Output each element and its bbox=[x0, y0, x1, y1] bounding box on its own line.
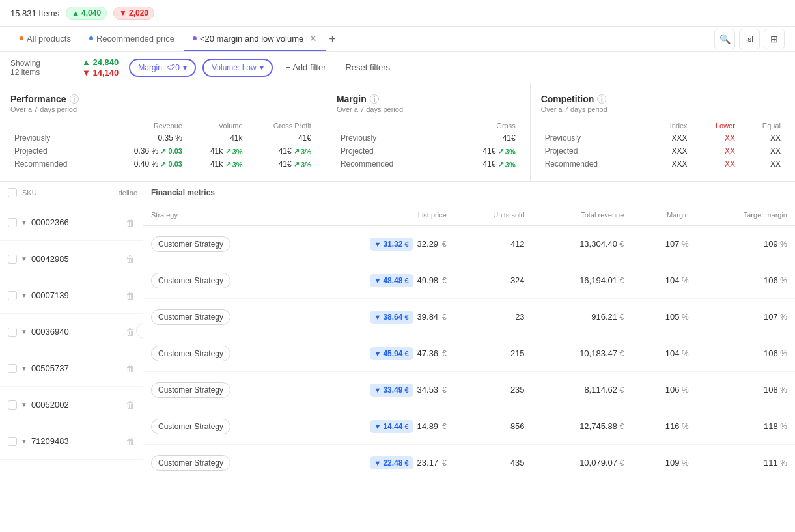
showing-info: Showing 12 items bbox=[10, 59, 76, 77]
total-revenue-value: 10,079.07 bbox=[579, 458, 617, 468]
performance-panel: Performance i Over a 7 days period Reven… bbox=[0, 83, 326, 181]
target-margin-value: 106 bbox=[764, 275, 778, 285]
expand-arrow-icon[interactable]: ▼ bbox=[21, 219, 27, 226]
tab-dot-blue bbox=[89, 36, 93, 40]
margin-value: 104 bbox=[665, 275, 680, 285]
row-checkbox[interactable] bbox=[8, 291, 17, 300]
currency-symbol: € bbox=[620, 313, 624, 322]
total-revenue-value: 16,194.01 bbox=[579, 275, 617, 285]
table-row: ▼ 00002366 🗑 bbox=[0, 204, 143, 241]
units-sold-value: 324 bbox=[510, 275, 525, 285]
price-value: 47.36 bbox=[417, 348, 439, 358]
filter-bar: Showing 12 items ▲ 24,840 ▼ 14,140 Margi… bbox=[0, 52, 795, 83]
currency-symbol: € bbox=[442, 240, 447, 249]
tab-recommended-price[interactable]: Recommended price bbox=[80, 27, 184, 51]
main-table-wrap[interactable]: Financial metrics Strategy List price Un… bbox=[143, 182, 795, 479]
chevron-down-icon: ▾ bbox=[183, 63, 187, 72]
tab-low-margin[interactable]: <20 margin and low volume ✕ bbox=[184, 27, 326, 51]
margin-filter-chip[interactable]: Margin: <20 ▾ bbox=[129, 59, 196, 77]
price-value: 39.84 bbox=[417, 312, 439, 322]
tab-close-icon[interactable]: ✕ bbox=[309, 33, 317, 44]
strategy-badge[interactable]: Customer Strategy bbox=[151, 309, 230, 325]
units-sold-value: 412 bbox=[510, 239, 525, 249]
total-revenue-value: 12,745.88 bbox=[579, 421, 617, 431]
margin-value: 116 bbox=[665, 421, 680, 431]
trash-icon[interactable]: 🗑 bbox=[126, 363, 135, 374]
row-checkbox[interactable] bbox=[8, 437, 17, 446]
trash-icon[interactable]: 🗑 bbox=[126, 400, 135, 410]
tab-add-button[interactable]: + bbox=[329, 33, 336, 46]
row-checkbox[interactable] bbox=[8, 364, 17, 373]
tab-all-products[interactable]: All products bbox=[10, 27, 80, 51]
percent-symbol: % bbox=[682, 349, 689, 358]
table-row: ▼ 00505737 🗑 bbox=[0, 350, 143, 387]
expand-arrow-icon[interactable]: ▼ bbox=[21, 328, 27, 335]
reset-filters-button[interactable]: Reset filters bbox=[339, 59, 397, 76]
currency-symbol: € bbox=[442, 349, 447, 358]
currency-symbol: € bbox=[442, 313, 447, 322]
volume-filter-chip[interactable]: Volume: Low ▾ bbox=[202, 59, 273, 77]
add-filter-button[interactable]: + Add filter bbox=[279, 59, 333, 76]
chevron-down-icon: ▾ bbox=[260, 63, 264, 72]
units-sold-value: 215 bbox=[510, 348, 525, 358]
strategy-badge[interactable]: Customer Strategy bbox=[151, 273, 230, 288]
info-icon: i bbox=[70, 94, 79, 104]
strategy-badge[interactable]: Customer Strategy bbox=[151, 346, 230, 361]
strategy-badge[interactable]: Customer Strategy bbox=[151, 236, 230, 252]
target-margin-value: 109 bbox=[764, 239, 778, 249]
table-row: Customer Strategy ▼ 14.44 € 14.89 € 856 … bbox=[143, 408, 795, 445]
total-revenue-value: 916.21 bbox=[591, 312, 617, 322]
percent-symbol: % bbox=[780, 313, 787, 322]
table-row: Customer Strategy ▼ 22.48 € 23.17 € 435 … bbox=[143, 445, 795, 480]
row-checkbox[interactable] bbox=[8, 400, 17, 410]
percent-symbol: % bbox=[682, 458, 689, 468]
strategy-badge[interactable]: Customer Strategy bbox=[151, 382, 230, 398]
target-margin-value: 118 bbox=[764, 421, 778, 431]
trash-icon[interactable]: 🗑 bbox=[126, 290, 135, 301]
margin-value: 106 bbox=[665, 385, 680, 395]
units-sold-value: 856 bbox=[510, 421, 525, 431]
baseline-header: deline bbox=[100, 182, 143, 204]
currency-symbol: € bbox=[442, 385, 447, 395]
expand-arrow-icon[interactable]: ▼ bbox=[21, 401, 27, 408]
table-row: ▼ 00007139 🗑 bbox=[0, 277, 143, 314]
badge-down: ▼ 2,020 bbox=[113, 7, 154, 20]
table-row: ▼ 71209483 🗑 bbox=[0, 423, 143, 460]
price-value: 23.17 bbox=[417, 458, 439, 468]
trash-icon[interactable]: 🗑 bbox=[126, 217, 135, 228]
tab-actions: 🔍 -sl ⊞ bbox=[714, 29, 785, 49]
expand-arrow-icon[interactable]: ▼ bbox=[21, 438, 27, 445]
sku-id: 00052002 bbox=[31, 400, 69, 410]
columns-button[interactable]: -sl bbox=[739, 29, 760, 49]
strategy-badge[interactable]: Customer Strategy bbox=[151, 455, 230, 471]
select-all-checkbox[interactable] bbox=[8, 188, 17, 197]
target-margin-header: Target margin bbox=[697, 204, 795, 226]
currency-symbol: € bbox=[442, 276, 447, 285]
percent-symbol: % bbox=[780, 240, 787, 249]
table-row: Customer Strategy ▼ 31.32 € 32.29 € 412 … bbox=[143, 226, 795, 262]
trash-icon[interactable]: 🗑 bbox=[126, 436, 135, 447]
margin-value: 105 bbox=[665, 312, 680, 322]
sku-id: 71209483 bbox=[31, 436, 69, 446]
row-checkbox[interactable] bbox=[8, 255, 17, 264]
badge-up: ▲ 4,040 bbox=[66, 7, 107, 20]
sku-id: 00505737 bbox=[31, 363, 69, 373]
strategy-badge[interactable]: Customer Strategy bbox=[151, 419, 230, 434]
trash-icon[interactable]: 🗑 bbox=[126, 327, 135, 337]
expand-arrow-icon[interactable]: ▼ bbox=[21, 365, 27, 372]
table-row: Customer Strategy ▼ 33.49 € 34.53 € 235 … bbox=[143, 372, 795, 408]
row-checkbox[interactable] bbox=[8, 328, 17, 337]
expand-arrow-icon[interactable]: ▼ bbox=[21, 292, 27, 299]
currency-symbol: € bbox=[620, 422, 624, 431]
percent-symbol: % bbox=[682, 422, 689, 431]
row-checkbox[interactable] bbox=[8, 218, 17, 227]
table-row: ▼ 00052002 🗑 bbox=[0, 387, 143, 423]
search-button[interactable]: 🔍 bbox=[714, 29, 735, 49]
trash-icon[interactable]: 🗑 bbox=[126, 254, 135, 264]
expand-arrow-icon[interactable]: ▼ bbox=[21, 255, 27, 262]
layout-button[interactable]: ⊞ bbox=[764, 29, 785, 49]
table-row: Customer Strategy ▼ 38.64 € 39.84 € 23 9… bbox=[143, 299, 795, 335]
top-bar: 15,831 Items ▲ 4,040 ▼ 2,020 bbox=[0, 0, 795, 27]
info-icon: i bbox=[597, 94, 606, 104]
margin-panel: Margin i Over a 7 days period Gross Prev… bbox=[326, 83, 531, 181]
